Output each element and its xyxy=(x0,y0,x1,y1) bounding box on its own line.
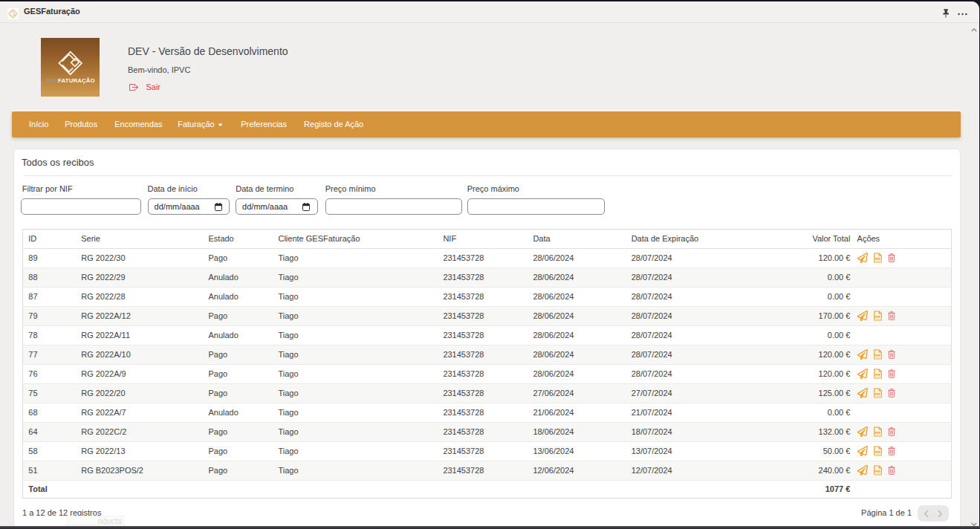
svg-text:PDF: PDF xyxy=(874,432,880,435)
svg-text:GESFATURAÇÃO: GESFATURAÇÃO xyxy=(45,77,95,84)
svg-text:PDF: PDF xyxy=(874,374,880,377)
svg-text:PDF: PDF xyxy=(874,316,880,319)
svg-text:PDF: PDF xyxy=(874,258,880,261)
svg-text:PDF: PDF xyxy=(874,470,880,473)
svg-text:PDF: PDF xyxy=(874,451,880,454)
svg-text:PDF: PDF xyxy=(874,354,880,357)
svg-text:PDF: PDF xyxy=(874,393,880,396)
